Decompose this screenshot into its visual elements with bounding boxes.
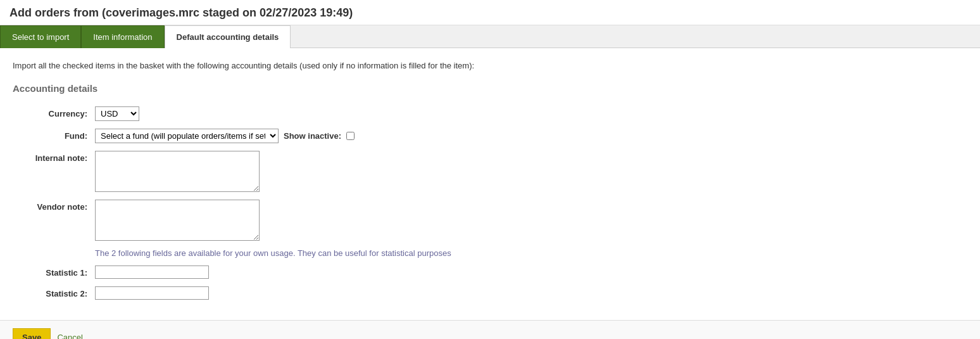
internal-note-textarea[interactable] (95, 151, 260, 192)
statistic1-row: Statistic 1: (13, 265, 967, 279)
statistic2-label: Statistic 2: (13, 286, 95, 298)
statistic2-row: Statistic 2: (13, 286, 967, 300)
description-text: Import all the checked items in the bask… (13, 61, 967, 70)
page-wrapper: Add orders from (coverimages.mrc staged … (0, 0, 980, 339)
cancel-button[interactable]: Cancel (57, 333, 82, 339)
vendor-note-label: Vendor note: (13, 200, 95, 212)
tab-item-information[interactable]: Item information (81, 25, 164, 48)
footer: Save Cancel (0, 320, 980, 339)
show-inactive-checkbox[interactable] (346, 132, 355, 140)
section-title: Accounting details (13, 83, 967, 94)
statistic2-input[interactable] (95, 286, 209, 300)
save-button[interactable]: Save (13, 328, 51, 339)
statistic1-label: Statistic 1: (13, 265, 95, 278)
stats-info: The 2 following fields are available for… (95, 248, 967, 258)
tab-bar: Select to import Item information Defaul… (0, 25, 980, 48)
vendor-note-textarea[interactable] (95, 200, 260, 241)
statistic1-input[interactable] (95, 265, 209, 279)
fund-field: Select a fund (will populate orders/item… (95, 129, 967, 143)
internal-note-field (95, 151, 967, 192)
fund-select[interactable]: Select a fund (will populate orders/item… (95, 129, 279, 143)
page-title: Add orders from (coverimages.mrc staged … (0, 0, 980, 25)
currency-field: USD EUR GBP (95, 106, 967, 121)
show-inactive-label: Show inactive: (284, 131, 341, 141)
currency-select[interactable]: USD EUR GBP (95, 106, 139, 121)
currency-row: Currency: USD EUR GBP (13, 106, 967, 121)
fund-label: Fund: (13, 129, 95, 141)
vendor-note-field (95, 200, 967, 241)
fund-row: Fund: Select a fund (will populate order… (13, 129, 967, 143)
currency-label: Currency: (13, 106, 95, 118)
tab-default-accounting-details[interactable]: Default accounting details (165, 25, 291, 48)
tab-select-to-import[interactable]: Select to import (0, 25, 81, 48)
internal-note-label: Internal note: (13, 151, 95, 163)
internal-note-row: Internal note: (13, 151, 967, 192)
vendor-note-row: Vendor note: (13, 200, 967, 241)
tab-content: Import all the checked items in the bask… (0, 48, 980, 320)
statistic2-field (95, 286, 967, 300)
statistic1-field (95, 265, 967, 279)
